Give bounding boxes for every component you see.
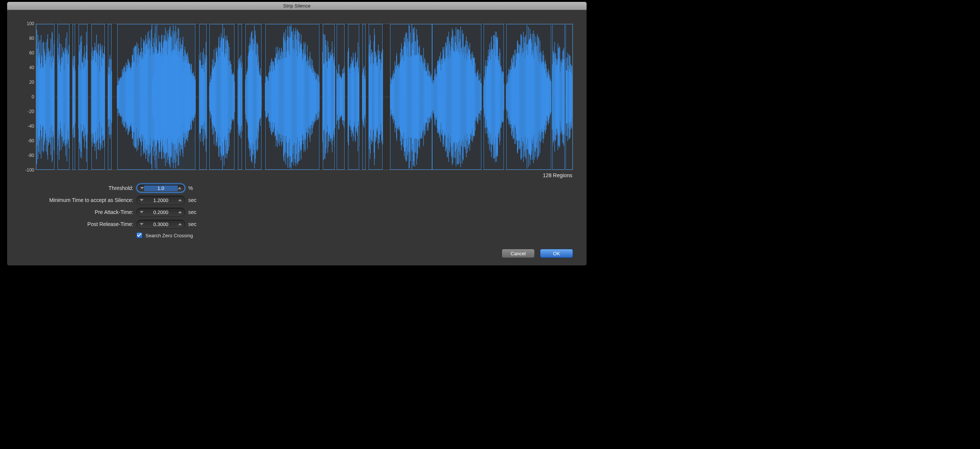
search-zero-crossing-checkbox[interactable] bbox=[137, 232, 142, 238]
ok-button[interactable]: OK bbox=[540, 249, 573, 258]
yaxis-tick: 60 bbox=[29, 50, 34, 56]
min-silence-label: Minimum Time to accept as Silence: bbox=[21, 197, 134, 203]
window-title: Strip Silence bbox=[7, 2, 587, 10]
chevron-up-icon[interactable] bbox=[178, 199, 182, 201]
waveform-svg bbox=[36, 24, 573, 170]
post-release-unit: sec bbox=[188, 221, 211, 227]
pre-attack-stepper[interactable]: 0.2000 bbox=[137, 208, 185, 217]
chevron-down-icon[interactable] bbox=[140, 199, 143, 201]
pre-attack-value[interactable]: 0.2000 bbox=[143, 209, 178, 215]
yaxis-tick: -100 bbox=[25, 167, 34, 173]
strip-silence-dialog: Strip Silence 100806040200-20-40-60-80-1… bbox=[7, 2, 587, 266]
waveform-canvas[interactable] bbox=[36, 24, 573, 170]
post-release-label: Post Release-Time: bbox=[21, 221, 134, 227]
yaxis-tick: -20 bbox=[28, 109, 34, 114]
search-zero-crossing-label: Search Zero Crossing bbox=[145, 233, 193, 238]
yaxis-tick: 80 bbox=[29, 36, 34, 41]
chevron-up-icon[interactable] bbox=[178, 187, 181, 189]
dialog-footer: Cancel OK bbox=[7, 249, 587, 265]
controls-grid: Threshold: 1.0 % Minimum Time to accept … bbox=[21, 184, 573, 238]
waveform-panel: 100806040200-20-40-60-80-100 bbox=[21, 24, 573, 170]
min-silence-stepper[interactable]: 1.2000 bbox=[137, 195, 185, 205]
waveform-yaxis: 100806040200-20-40-60-80-100 bbox=[21, 24, 36, 170]
post-release-stepper[interactable]: 0.3000 bbox=[137, 220, 185, 228]
yaxis-tick: -40 bbox=[28, 124, 34, 129]
chevron-down-icon[interactable] bbox=[140, 223, 143, 225]
chevron-down-icon[interactable] bbox=[140, 187, 144, 189]
chevron-up-icon[interactable] bbox=[178, 211, 182, 213]
threshold-label: Threshold: bbox=[21, 185, 134, 191]
min-silence-value[interactable]: 1.2000 bbox=[143, 197, 178, 203]
chevron-up-icon[interactable] bbox=[178, 223, 182, 225]
min-silence-unit: sec bbox=[188, 197, 211, 203]
yaxis-tick: -80 bbox=[28, 153, 34, 158]
threshold-value[interactable]: 1.0 bbox=[144, 186, 178, 191]
threshold-unit: % bbox=[188, 185, 211, 191]
pre-attack-unit: sec bbox=[188, 209, 211, 215]
chevron-down-icon[interactable] bbox=[140, 211, 143, 213]
yaxis-tick: 100 bbox=[27, 21, 34, 26]
cancel-button[interactable]: Cancel bbox=[502, 249, 535, 258]
yaxis-tick: 20 bbox=[29, 79, 34, 85]
yaxis-tick: 0 bbox=[32, 94, 34, 100]
dialog-content: 100806040200-20-40-60-80-100 128 Regions… bbox=[7, 10, 587, 249]
yaxis-tick: 40 bbox=[29, 65, 34, 70]
yaxis-tick: -60 bbox=[28, 138, 34, 143]
pre-attack-label: Pre Attack-Time: bbox=[21, 209, 134, 215]
post-release-value[interactable]: 0.3000 bbox=[143, 222, 178, 227]
regions-count: 128 Regions bbox=[21, 170, 573, 184]
threshold-stepper[interactable]: 1.0 bbox=[137, 184, 185, 193]
